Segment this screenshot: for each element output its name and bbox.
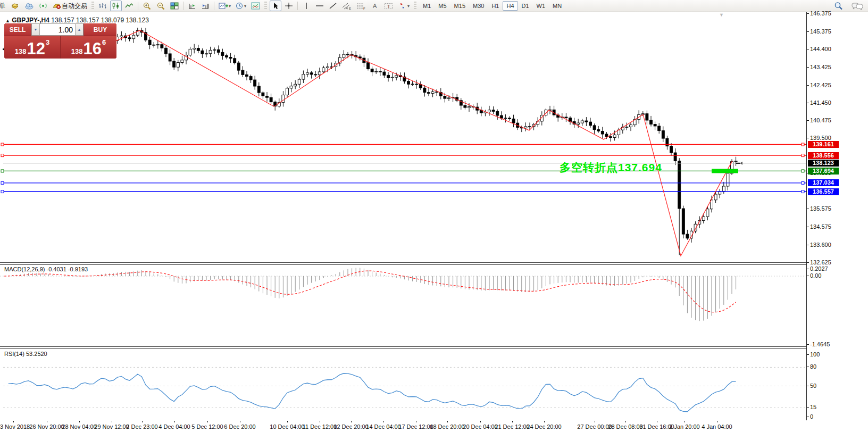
time-axis[interactable]: 23 Nov 201826 Nov 20:0028 Nov 04:0029 No… bbox=[0, 421, 868, 432]
trendline-icon[interactable] bbox=[327, 1, 339, 11]
timeframe-M5[interactable]: M5 bbox=[435, 1, 450, 11]
zoom-in-icon[interactable] bbox=[141, 1, 153, 11]
price-line-label: 139.161 bbox=[808, 141, 839, 148]
autotrade-button[interactable]: 自动交易 bbox=[51, 1, 89, 11]
timeframe-W1[interactable]: W1 bbox=[533, 1, 549, 11]
timeframe-M30[interactable]: M30 bbox=[469, 1, 488, 11]
chart-shift-icon[interactable] bbox=[186, 1, 198, 11]
rsi-tick-label: 100 bbox=[810, 351, 820, 358]
time-tick bbox=[416, 421, 416, 422]
volume-input[interactable] bbox=[40, 23, 75, 36]
time-tick-label: 26 Nov 20:00 bbox=[29, 423, 64, 430]
search-icon[interactable] bbox=[832, 1, 845, 11]
text-label-icon[interactable]: T bbox=[382, 1, 395, 11]
toolbar-grip bbox=[91, 2, 94, 10]
tile-windows-icon[interactable] bbox=[169, 1, 180, 11]
price-line-label: 138.123 bbox=[808, 160, 839, 167]
svg-text:F: F bbox=[363, 7, 365, 10]
candle-chart-icon[interactable] bbox=[110, 1, 122, 11]
price-tick-label: 146.375 bbox=[810, 10, 831, 16]
signals-icon[interactable] bbox=[37, 1, 49, 11]
toolbar-separator bbox=[297, 2, 298, 10]
horizontal-line-icon[interactable] bbox=[314, 1, 326, 11]
autotrade-label: 自动交易 bbox=[62, 2, 87, 11]
text-icon[interactable]: A bbox=[369, 1, 381, 11]
svg-text:E: E bbox=[349, 7, 351, 10]
sell-price-tile[interactable]: 138 12 3 bbox=[4, 36, 61, 59]
time-tick bbox=[595, 421, 595, 422]
crosshair-icon[interactable] bbox=[283, 1, 295, 11]
svg-text:T: T bbox=[387, 4, 390, 9]
timeframe-MN[interactable]: MN bbox=[549, 1, 565, 11]
new-chart-button[interactable]: ▾ bbox=[217, 1, 232, 11]
time-tick bbox=[13, 421, 14, 422]
volume-decrease-button[interactable]: ▼ bbox=[31, 23, 40, 36]
sell-price-big: 12 bbox=[27, 40, 45, 57]
rsi-plot[interactable] bbox=[0, 349, 806, 421]
pivot-highlight-segment[interactable] bbox=[712, 169, 738, 173]
timeframe-D1[interactable]: D1 bbox=[518, 1, 533, 11]
time-tick bbox=[174, 421, 175, 422]
time-tick-label: 10 Dec 04:00 bbox=[270, 423, 304, 430]
collapse-arrow-icon[interactable]: ▼ bbox=[719, 12, 724, 18]
buy-button[interactable]: BUY bbox=[84, 23, 116, 36]
time-tick-label: 23 Nov 2018 bbox=[0, 423, 30, 430]
one-click-trading-panel: SELL ▼ ▲ BUY 138 12 3 138 16 6 bbox=[4, 23, 116, 59]
macd-tick-label: 0.00 bbox=[810, 272, 821, 279]
time-tick-label: 18 Dec 20:00 bbox=[430, 423, 464, 430]
price-tick-label: 143.425 bbox=[810, 64, 831, 70]
timeframe-H1[interactable]: H1 bbox=[488, 1, 503, 11]
chat-icon[interactable] bbox=[850, 1, 865, 11]
mql5-cloud-icon[interactable] bbox=[23, 1, 36, 11]
timeframe-M1[interactable]: M1 bbox=[419, 1, 435, 11]
time-tick-label: 24 Dec 20:00 bbox=[527, 423, 561, 430]
auto-scroll-icon[interactable] bbox=[199, 1, 211, 11]
sell-button[interactable]: SELL bbox=[4, 23, 31, 36]
symbol-arrow-icon[interactable]: ▲ bbox=[5, 18, 10, 23]
bar-chart-icon[interactable] bbox=[97, 1, 108, 11]
buy-price-tile[interactable]: 138 16 6 bbox=[61, 36, 116, 59]
vertical-line-icon[interactable] bbox=[301, 1, 312, 11]
fibonacci-icon[interactable]: F bbox=[355, 1, 368, 11]
time-tick bbox=[383, 421, 384, 422]
macd-values: -0.4031 -0.9193 bbox=[46, 266, 88, 272]
time-tick-label: 17 Dec 12:00 bbox=[398, 423, 433, 430]
macd-plot[interactable] bbox=[0, 264, 806, 346]
time-tick bbox=[351, 421, 352, 422]
new-order-icon[interactable] bbox=[9, 1, 21, 11]
pivot-annotation: 多空转折点137.694 bbox=[560, 160, 662, 175]
line-chart-icon[interactable] bbox=[123, 1, 135, 11]
cursor-icon[interactable] bbox=[270, 1, 281, 11]
indicator-list-icon[interactable] bbox=[249, 1, 262, 11]
timeframe-H4[interactable]: H4 bbox=[503, 1, 518, 11]
rsi-tick-label: 15 bbox=[810, 404, 816, 410]
symbol-ohlc: 138.157 138.157 138.079 138.123 bbox=[51, 16, 149, 24]
periods-clock-button[interactable]: ▾ bbox=[234, 1, 248, 11]
svg-text:A: A bbox=[373, 3, 377, 9]
timeframe-M15[interactable]: M15 bbox=[450, 1, 469, 11]
time-tick bbox=[142, 421, 143, 422]
rsi-tick-label: 50 bbox=[810, 383, 816, 389]
rsi-label: RSI(14) bbox=[4, 351, 24, 357]
time-tick bbox=[79, 421, 80, 422]
rsi-line bbox=[9, 373, 736, 412]
new-order-label[interactable]: 单 bbox=[0, 2, 7, 11]
price-tick-label: 135.575 bbox=[810, 205, 831, 212]
macd-label: MACD(12,26,9) bbox=[4, 266, 45, 272]
sell-price-base: 138 bbox=[15, 46, 27, 57]
time-tick bbox=[47, 421, 47, 422]
main-chart-plot[interactable] bbox=[0, 12, 806, 262]
price-axis[interactable]: 146.375145.375144.400143.425142.425141.4… bbox=[807, 12, 868, 420]
arrows-button[interactable]: ▾ bbox=[397, 1, 411, 11]
chevron-down-icon: ▾ bbox=[229, 4, 231, 9]
volume-increase-button[interactable]: ▲ bbox=[75, 23, 84, 36]
time-tick bbox=[657, 421, 657, 422]
time-tick bbox=[544, 421, 545, 422]
time-tick-label: 14 Dec 04:00 bbox=[366, 423, 400, 430]
zoom-out-icon[interactable] bbox=[155, 1, 167, 11]
time-tick bbox=[480, 421, 481, 422]
zigzag-line[interactable] bbox=[114, 30, 732, 256]
time-tick-label: 29 Nov 12:00 bbox=[94, 423, 129, 430]
time-tick-label: 20 Dec 04:00 bbox=[463, 423, 497, 430]
equidistant-channel-icon[interactable]: E bbox=[340, 1, 353, 11]
